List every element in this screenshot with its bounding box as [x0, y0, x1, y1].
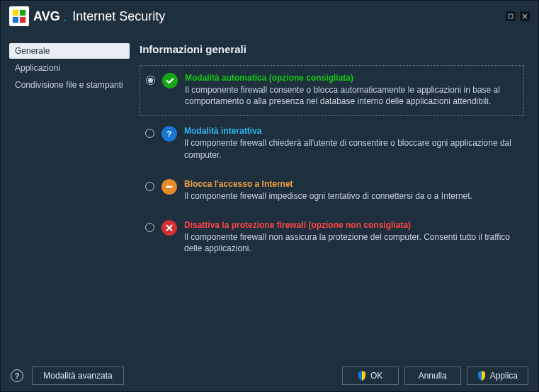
option-disable[interactable]: Disattiva la protezione firewall (opzion…: [140, 213, 524, 263]
option-title: Blocca l'accesso a Internet: [184, 179, 518, 189]
svg-text:?: ?: [167, 129, 172, 138]
help-button[interactable]: ?: [11, 369, 23, 382]
sidebar-item-label: Condivisione file e stampanti: [15, 80, 123, 90]
option-automatic[interactable]: Modalità automatica (opzione consigliata…: [140, 65, 524, 116]
minus-icon: [161, 179, 177, 195]
ok-button[interactable]: OK: [342, 367, 399, 385]
svg-rect-2: [13, 17, 18, 23]
footer: ? Modalità avanzata OK Annulla Applica: [1, 360, 538, 391]
brand-dot: .: [63, 8, 67, 25]
option-title: Disattiva la protezione firewall (opzion…: [184, 220, 518, 230]
close-button[interactable]: [520, 11, 530, 21]
radio-disable[interactable]: [145, 223, 154, 232]
check-icon: [162, 73, 178, 88]
sidebar-item-label: Applicazioni: [15, 63, 60, 73]
option-desc: Il componente firewall impedisce ogni te…: [184, 190, 518, 202]
page-title: Informazioni generali: [140, 43, 524, 55]
option-interactive[interactable]: ? Modalità interattiva Il componente fir…: [140, 119, 524, 168]
radio-block[interactable]: [145, 182, 154, 191]
sidebar-item-applications[interactable]: Applicazioni: [9, 60, 140, 76]
svg-rect-4: [509, 14, 513, 18]
sidebar: Generale Applicazioni Condivisione file …: [1, 32, 140, 360]
sidebar-item-general[interactable]: Generale: [9, 43, 130, 59]
radio-automatic[interactable]: [146, 76, 155, 85]
option-title: Modalità automatica (opzione consigliata…: [185, 73, 518, 83]
cross-icon: [161, 220, 177, 236]
advanced-mode-button[interactable]: Modalità avanzata: [32, 367, 124, 385]
svg-rect-3: [20, 17, 25, 23]
option-desc: Il componente firewall non assicura la p…: [184, 231, 518, 254]
brand-text: AVG: [33, 9, 60, 24]
title-bar: AVG . Internet Security: [1, 1, 538, 32]
option-block[interactable]: Blocca l'accesso a Internet Il component…: [140, 172, 524, 210]
svg-rect-0: [13, 10, 18, 16]
apply-button[interactable]: Applica: [467, 367, 528, 385]
product-name: Internet Security: [72, 9, 165, 24]
svg-rect-6: [166, 185, 173, 188]
cancel-button[interactable]: Annulla: [404, 367, 461, 385]
svg-rect-1: [20, 10, 25, 16]
question-icon: ?: [161, 126, 177, 142]
main-panel: Informazioni generali Modalità automatic…: [140, 32, 538, 360]
avg-logo: [9, 6, 29, 26]
option-desc: Il componente firewall chiederà all'uten…: [184, 137, 518, 160]
option-desc: Il componente firewall consente o blocca…: [185, 84, 518, 107]
shield-icon: [477, 371, 486, 381]
radio-interactive[interactable]: [145, 129, 154, 138]
minimize-button[interactable]: [506, 11, 516, 21]
shield-icon: [358, 371, 366, 381]
sidebar-item-file-sharing[interactable]: Condivisione file e stampanti: [9, 77, 140, 93]
option-title: Modalità interattiva: [184, 126, 518, 136]
sidebar-item-label: Generale: [15, 46, 50, 56]
